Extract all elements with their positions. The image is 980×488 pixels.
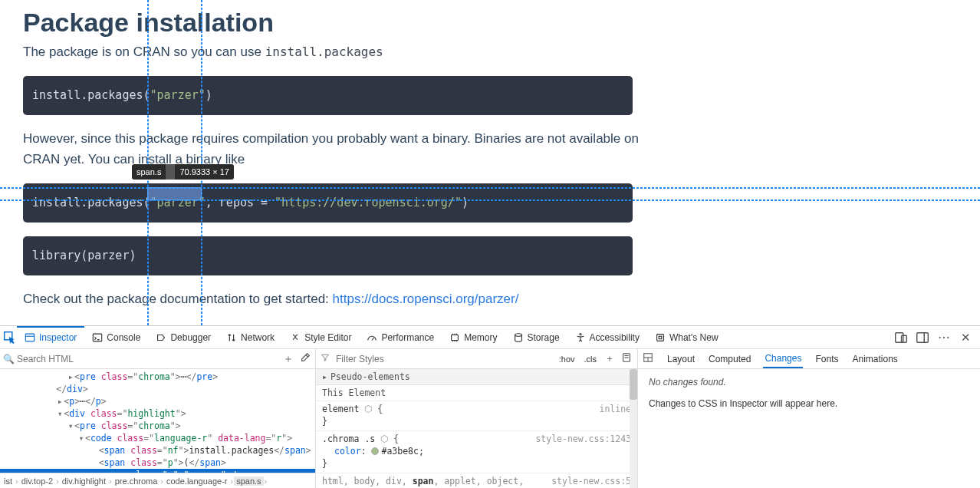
search-html-row: 🔍 ＋ <box>0 349 315 369</box>
code-block-3: library(parzer) <box>23 236 633 275</box>
breadcrumb[interactable]: ist› div.top-2› div.highlight› pre.chrom… <box>0 473 315 488</box>
toggle-print-icon[interactable] <box>620 352 633 365</box>
svg-point-13 <box>579 333 580 335</box>
side-panel: Layout Computed Changes Fonts Animations… <box>638 349 980 488</box>
layout-icon[interactable] <box>643 352 655 365</box>
filter-styles-row: :hov .cls ＋ <box>316 349 637 369</box>
color-swatch[interactable] <box>371 447 379 455</box>
rule-reset[interactable]: html, body, div, span, applet, object,st… <box>316 473 637 488</box>
inspector-tooltip: span.s70.9333 × 17 <box>132 164 234 180</box>
inline-code: install.packages <box>265 45 383 59</box>
svg-rect-15 <box>659 336 662 339</box>
hov-toggle[interactable]: :hov <box>557 354 577 364</box>
close-icon[interactable]: ✕ <box>959 331 972 345</box>
add-node-icon[interactable]: ＋ <box>281 352 295 366</box>
code-block-1: install.packages("parzer") <box>23 76 633 115</box>
svg-rect-14 <box>657 334 664 341</box>
subtab-computed[interactable]: Computed <box>707 349 752 368</box>
tab-whats-new[interactable]: What's New <box>647 326 726 348</box>
tab-style-editor[interactable]: Style Editor <box>282 326 359 348</box>
responsive-mode-icon[interactable] <box>894 331 908 345</box>
code-block-2: install.packages("parzer", repos = "http… <box>23 183 633 223</box>
tab-network[interactable]: Network <box>219 326 282 348</box>
rule-chroma-s[interactable]: .chroma .s ⬡ {style-new.css:1243 color: … <box>316 431 637 473</box>
tab-debugger[interactable]: Debugger <box>148 326 219 348</box>
eyedropper-icon[interactable] <box>298 352 312 365</box>
markup-panel: 🔍 ＋ ▸<pre class="chroma">⋯</pre> </div> … <box>0 349 316 488</box>
this-element-section: This Element <box>316 385 637 401</box>
rule-inline[interactable]: element ⬡ {inline } <box>316 401 637 431</box>
subtab-changes[interactable]: Changes <box>763 349 803 368</box>
dock-side-icon[interactable] <box>916 331 929 345</box>
scrollbar-thumb[interactable] <box>630 369 637 400</box>
svg-rect-18 <box>917 332 929 341</box>
svg-line-4 <box>372 338 374 341</box>
search-html-input[interactable] <box>17 352 278 366</box>
devtools-panel: Inspector Console Debugger Network Style… <box>0 325 980 488</box>
intro-paragraph: The package is on CRAN so you can use in… <box>23 42 652 62</box>
subtab-animations[interactable]: Animations <box>850 349 899 368</box>
docs-link[interactable]: https://docs.ropensci.org/parzer/ <box>333 292 519 306</box>
changes-view: No changes found. Changes to CSS in Insp… <box>638 369 980 488</box>
tab-storage[interactable]: Storage <box>505 326 567 348</box>
devtools-panels: 🔍 ＋ ▸<pre class="chroma">⋯</pre> </div> … <box>0 349 980 488</box>
add-rule-icon[interactable]: ＋ <box>603 352 616 365</box>
no-changes-text: No changes found. <box>649 377 969 387</box>
search-icon: 🔍 <box>3 354 14 364</box>
svg-point-12 <box>515 333 521 336</box>
subtab-fonts[interactable]: Fonts <box>814 349 840 368</box>
pseudo-section[interactable]: ▸Pseudo-elements <box>316 369 637 385</box>
side-subtabs: Layout Computed Changes Fonts Animations <box>638 349 980 369</box>
svg-rect-1 <box>25 334 34 341</box>
tab-inspector[interactable]: Inspector <box>17 326 84 348</box>
svg-rect-17 <box>902 335 907 342</box>
tab-memory[interactable]: Memory <box>442 326 505 348</box>
filter-styles-input[interactable] <box>334 353 552 365</box>
filter-icon <box>321 353 330 364</box>
page-content: Package installation The package is on C… <box>0 0 980 325</box>
page-title: Package installation <box>23 8 980 38</box>
css-rules[interactable]: ▸Pseudo-elements This Element element ⬡ … <box>316 369 637 488</box>
tab-console[interactable]: Console <box>84 326 148 348</box>
svg-rect-5 <box>452 335 459 340</box>
tab-accessibility[interactable]: Accessibility <box>567 326 647 348</box>
rules-panel: :hov .cls ＋ ▸Pseudo-elements This Elemen… <box>316 349 638 488</box>
paragraph-3: Check out the package documentation to g… <box>23 289 652 309</box>
svg-rect-3 <box>94 334 102 341</box>
cls-toggle[interactable]: .cls <box>582 354 600 364</box>
tab-performance[interactable]: Performance <box>359 326 442 348</box>
dom-tree[interactable]: ▸<pre class="chroma">⋯</pre> </div> ▸<p>… <box>0 369 315 473</box>
changes-hint: Changes to CSS in Inspector will appear … <box>649 398 969 409</box>
more-icon[interactable]: ⋯ <box>937 331 951 345</box>
subtab-layout[interactable]: Layout <box>666 349 696 368</box>
devtools-tabs: Inspector Console Debugger Network Style… <box>0 326 980 349</box>
pick-element-icon[interactable] <box>3 331 17 345</box>
paragraph-2: However, since this package requires com… <box>23 129 652 170</box>
highlighted-string: "parzer" <box>150 196 206 209</box>
